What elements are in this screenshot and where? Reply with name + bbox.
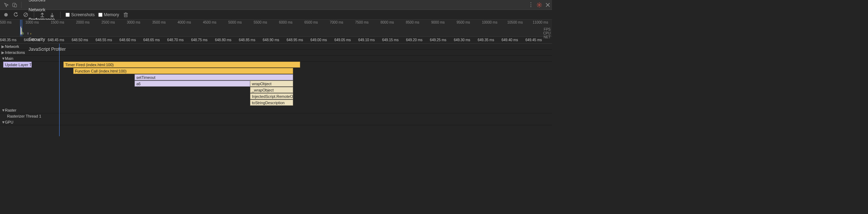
overview-tick: 5000 ms [228, 20, 254, 26]
overview-tick: 10000 ms [482, 20, 507, 26]
overview-metric-labels: FPS CPU NET [543, 27, 551, 39]
flame-bar[interactable]: Update Layer Tree [3, 62, 32, 68]
flame-bar[interactable]: InjectedScript.RemoteObject [250, 93, 293, 99]
detail-tick: 649.30 ms [454, 37, 478, 43]
overview-tick: 7500 ms [355, 20, 380, 26]
track-label: Network [5, 44, 19, 49]
flame-bar[interactable]: Timer Fired (index.html:100) [63, 62, 300, 68]
reload-button[interactable] [13, 12, 19, 18]
track-label: Raster [5, 108, 16, 112]
flame-bar[interactable]: _wrapObject [250, 87, 293, 93]
overview-tick: 10500 ms [507, 20, 533, 26]
flame-chart[interactable]: Update Layer TreeTimer Fired (index.html… [0, 62, 552, 107]
overview-tick: 3500 ms [152, 20, 178, 26]
detail-tick: 648.85 ms [239, 37, 263, 43]
svg-line-10 [538, 6, 538, 7]
detail-tick: 648.40 ms [24, 37, 48, 43]
svg-line-15 [24, 13, 27, 16]
device-toggle-icon[interactable] [11, 1, 19, 9]
more-icon[interactable]: ⋮ [527, 1, 535, 9]
overview-tick: 2000 ms [76, 20, 101, 26]
flame-bar[interactable]: setTimeout [135, 74, 293, 80]
detail-tick: 649.00 ms [310, 37, 334, 43]
memory-checkbox[interactable]: Memory [98, 12, 119, 17]
overview-ruler: 500 ms1000 ms1500 ms2000 ms2500 ms3000 m… [0, 20, 552, 26]
overview-tick: 4500 ms [203, 20, 228, 26]
load-profile-button[interactable] [39, 12, 45, 18]
record-button[interactable] [3, 12, 9, 18]
devtools-tab-strip: MemoryAuditsConsoleElementsSourcesNetwor… [0, 0, 552, 10]
overview-tick: 7000 ms [330, 20, 355, 26]
detail-tick: 648.35 ms [0, 37, 24, 43]
svg-line-7 [538, 3, 538, 4]
svg-point-13 [4, 13, 8, 17]
playhead-cursor[interactable] [59, 44, 60, 136]
save-profile-button[interactable] [49, 12, 55, 18]
tab-network[interactable]: Network [24, 5, 70, 15]
overview-tick: 2500 ms [101, 20, 127, 26]
overview-tick: 9500 ms [457, 20, 482, 26]
track-label: Interactions [5, 50, 25, 55]
detail-tick: 649.25 ms [430, 37, 454, 43]
detail-tick: 648.60 ms [119, 37, 143, 43]
overview-activity-bars [20, 25, 35, 34]
detail-tick: 648.55 ms [95, 37, 119, 43]
tracks-area: ▶ Network ▶ Interactions ▼ Main Update L… [0, 44, 552, 125]
overview-tick: 6500 ms [304, 20, 330, 26]
tab-sources[interactable]: Sources [24, 0, 70, 5]
overview-tick: 3000 ms [127, 20, 152, 26]
flame-bar[interactable]: a6 [135, 81, 250, 87]
clear-button[interactable] [23, 12, 29, 18]
overview-tick: 1500 ms [51, 20, 76, 26]
overview-tick: 8000 ms [380, 20, 406, 26]
detail-tick: 649.40 ms [502, 37, 526, 43]
overview-tick: 5500 ms [254, 20, 279, 26]
close-icon[interactable] [544, 1, 552, 9]
flame-bar[interactable]: toStringDescription [250, 100, 293, 106]
chevron-right-icon: ▶ [1, 50, 5, 55]
track-raster-thread[interactable]: Rasterizer Thread 1 [0, 113, 552, 119]
svg-point-2 [539, 4, 540, 6]
chevron-down-icon: ▼ [1, 120, 5, 124]
detail-tick: 648.75 ms [191, 37, 215, 43]
detail-tick: 649.10 ms [358, 37, 382, 43]
track-network[interactable]: ▶ Network [0, 44, 552, 50]
track-interactions[interactable]: ▶ Interactions [0, 50, 552, 56]
settings-gear-icon[interactable] [535, 1, 544, 9]
detail-tick: 649.20 ms [406, 37, 430, 43]
chevron-down-icon: ▼ [1, 56, 5, 61]
detail-tick: 648.70 ms [167, 37, 191, 43]
track-main[interactable]: ▼ Main [0, 56, 552, 62]
overview-tick: 9000 ms [431, 20, 457, 26]
detail-tick: 648.95 ms [287, 37, 311, 43]
detail-time-ruler[interactable]: 648.35 ms648.40 ms648.45 ms648.50 ms648.… [0, 37, 552, 44]
svg-line-8 [540, 6, 541, 7]
overview-tick: 6000 ms [279, 20, 304, 26]
svg-line-9 [540, 3, 541, 4]
collect-garbage-button[interactable] [123, 12, 129, 18]
overview-viewport-handle[interactable] [20, 20, 22, 36]
checkbox-label: Memory [104, 12, 119, 17]
detail-tick: 648.50 ms [72, 37, 95, 43]
detail-tick: 649.35 ms [478, 37, 502, 43]
overview-tick: 4000 ms [178, 20, 203, 26]
inspect-icon[interactable] [2, 1, 11, 9]
detail-tick: 648.45 ms [48, 37, 72, 43]
flame-bar[interactable]: Function Call (index.html:100) [73, 68, 293, 74]
checkbox-label: Screenshots [71, 12, 95, 17]
track-gpu[interactable]: ▼ GPU [0, 119, 552, 125]
svg-rect-20 [124, 13, 127, 17]
track-raster[interactable]: ▼ Raster [0, 107, 552, 113]
svg-rect-1 [14, 4, 17, 7]
detail-tick: 648.65 ms [143, 37, 167, 43]
screenshots-checkbox[interactable]: Screenshots [66, 12, 95, 17]
overview-minimap[interactable]: 500 ms1000 ms1500 ms2000 ms2500 ms3000 m… [0, 20, 552, 37]
flame-bar[interactable]: wrapObject [250, 81, 293, 87]
performance-toolbar: Screenshots Memory [0, 10, 552, 20]
detail-tick: 648.90 ms [263, 37, 287, 43]
track-label: Main [5, 56, 13, 61]
detail-tick: 648.80 ms [215, 37, 239, 43]
chevron-right-icon: ▶ [1, 44, 5, 49]
track-label: GPU [5, 120, 13, 124]
chevron-down-icon: ▼ [1, 108, 5, 112]
